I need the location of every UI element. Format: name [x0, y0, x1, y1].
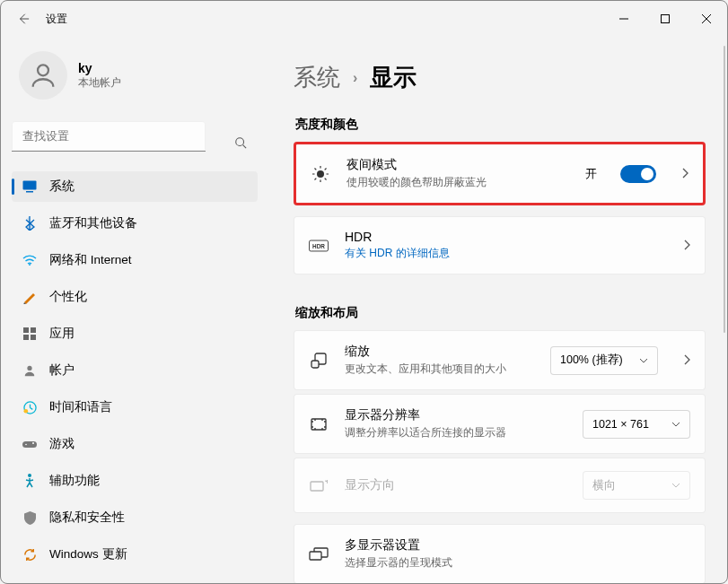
svg-point-9	[29, 264, 31, 266]
scale-card[interactable]: 缩放 更改文本、应用和其他项目的大小 100% (推荐)	[294, 330, 706, 390]
resolution-title: 显示器分辨率	[345, 407, 566, 423]
orientation-icon	[309, 479, 329, 492]
sidebar-item-accessibility[interactable]: 辅助功能	[12, 466, 258, 496]
sidebar-item-privacy[interactable]: 隐私和安全性	[12, 502, 258, 533]
sidebar-item-label: 隐私和安全性	[49, 510, 125, 526]
search-input[interactable]	[12, 121, 206, 152]
sidebar-item-label: 帐户	[49, 362, 75, 379]
apps-icon	[22, 327, 37, 341]
multi-display-icon	[309, 547, 329, 562]
main-content: 系统 › 显示 亮度和颜色 夜间模式 使用较暖的颜色帮助屏蔽蓝光 开 HDR	[268, 37, 727, 583]
window-title: 设置	[46, 12, 67, 27]
night-light-title: 夜间模式	[346, 157, 569, 173]
svg-line-26	[315, 168, 317, 170]
night-light-toggle[interactable]	[620, 165, 656, 183]
svg-line-27	[325, 178, 327, 179]
chevron-down-icon	[671, 422, 680, 427]
sidebar-item-accounts[interactable]: 帐户	[12, 355, 258, 386]
sidebar-item-network[interactable]: 网络和 Internet	[12, 245, 258, 275]
expand-chevron-icon[interactable]	[681, 166, 689, 182]
resolution-value: 1021 × 761	[592, 418, 649, 431]
user-subtitle: 本地帐户	[78, 75, 121, 91]
scroll-thumb[interactable]	[724, 46, 725, 333]
scale-sub: 更改文本、应用和其他项目的大小	[345, 362, 534, 377]
bluetooth-icon	[22, 216, 37, 231]
sidebar-item-label: 时间和语言	[49, 399, 112, 415]
sidebar-item-apps[interactable]: 应用	[12, 318, 258, 349]
svg-point-14	[27, 366, 31, 370]
night-light-card[interactable]: 夜间模式 使用较暖的颜色帮助屏蔽蓝光 开	[294, 142, 706, 205]
svg-text:HDR: HDR	[312, 242, 325, 248]
system-icon	[22, 179, 37, 194]
hdr-card[interactable]: HDR HDR 有关 HDR 的详细信息	[294, 216, 706, 275]
sidebar-item-label: 蓝牙和其他设备	[49, 215, 137, 231]
svg-point-16	[23, 408, 28, 413]
back-button[interactable]	[15, 11, 31, 27]
svg-rect-13	[31, 335, 36, 340]
sidebar-item-gaming[interactable]: 游戏	[12, 429, 258, 459]
sidebar-item-label: 辅助功能	[49, 473, 100, 489]
svg-point-5	[236, 138, 244, 146]
svg-rect-11	[31, 327, 36, 333]
svg-rect-12	[23, 335, 29, 340]
sidebar-item-windows-update[interactable]: Windows 更新	[12, 539, 258, 570]
resolution-dropdown[interactable]: 1021 × 761	[583, 410, 690, 439]
sidebar-item-time-language[interactable]: 时间和语言	[12, 392, 258, 423]
personalization-icon	[22, 290, 37, 304]
multi-display-card[interactable]: 多显示器设置 选择显示器的呈现模式	[294, 524, 706, 583]
orientation-dropdown: 横向	[583, 471, 690, 500]
hdr-link[interactable]: 有关 HDR 的详细信息	[345, 246, 658, 261]
sidebar-item-label: 游戏	[49, 436, 75, 452]
resolution-icon	[309, 417, 329, 431]
orientation-card: 显示方向 横向	[294, 458, 706, 513]
resolution-card[interactable]: 显示器分辨率 调整分辨率以适合所连接的显示器 1021 × 761	[294, 394, 706, 454]
time-icon	[22, 400, 37, 414]
privacy-icon	[22, 510, 37, 525]
maximize-button[interactable]	[645, 1, 686, 37]
svg-rect-33	[311, 361, 319, 368]
chevron-down-icon	[671, 483, 680, 488]
sidebar: ky 本地帐户 系统 蓝牙和其他设备 网络和 Internet 个性化	[1, 37, 268, 583]
breadcrumb-current: 显示	[370, 62, 417, 93]
user-name: ky	[78, 61, 121, 75]
hdr-title: HDR	[345, 230, 658, 244]
breadcrumb-root[interactable]: 系统	[294, 62, 340, 93]
expand-chevron-icon[interactable]	[683, 353, 690, 369]
window-controls	[603, 1, 727, 37]
accounts-icon	[22, 363, 37, 378]
accessibility-icon	[22, 474, 37, 488]
sidebar-item-label: Windows 更新	[49, 546, 127, 562]
svg-rect-8	[26, 191, 33, 193]
expand-chevron-icon[interactable]	[683, 238, 690, 254]
avatar	[19, 51, 67, 100]
scale-title: 缩放	[345, 344, 534, 360]
svg-rect-7	[23, 181, 37, 190]
svg-point-18	[32, 442, 34, 444]
sidebar-item-personalization[interactable]: 个性化	[12, 282, 258, 312]
minimize-button[interactable]	[603, 1, 645, 37]
sidebar-item-system[interactable]: 系统	[12, 171, 258, 202]
svg-rect-1	[662, 15, 670, 23]
svg-line-28	[315, 178, 317, 179]
sidebar-item-bluetooth[interactable]: 蓝牙和其他设备	[12, 208, 258, 239]
svg-rect-10	[23, 327, 29, 333]
orientation-value: 横向	[592, 478, 616, 493]
svg-rect-37	[310, 552, 321, 560]
close-button[interactable]	[686, 1, 727, 37]
section-title-brightness: 亮度和颜色	[295, 117, 706, 133]
scrollbar[interactable]	[720, 46, 725, 574]
toggle-state-label: 开	[585, 166, 597, 182]
search-icon	[234, 136, 247, 153]
orientation-title: 显示方向	[345, 477, 566, 493]
multi-display-title: 多显示器设置	[345, 537, 690, 553]
breadcrumb: 系统 › 显示	[294, 62, 706, 93]
svg-line-6	[243, 145, 247, 149]
chevron-down-icon	[639, 358, 648, 363]
sidebar-item-label: 应用	[49, 326, 75, 342]
svg-rect-35	[311, 482, 323, 491]
network-icon	[22, 253, 37, 267]
svg-rect-17	[22, 441, 37, 448]
scale-dropdown[interactable]: 100% (推荐)	[550, 346, 658, 375]
user-block[interactable]: ky 本地帐户	[12, 37, 258, 118]
sidebar-item-label: 系统	[49, 179, 75, 195]
